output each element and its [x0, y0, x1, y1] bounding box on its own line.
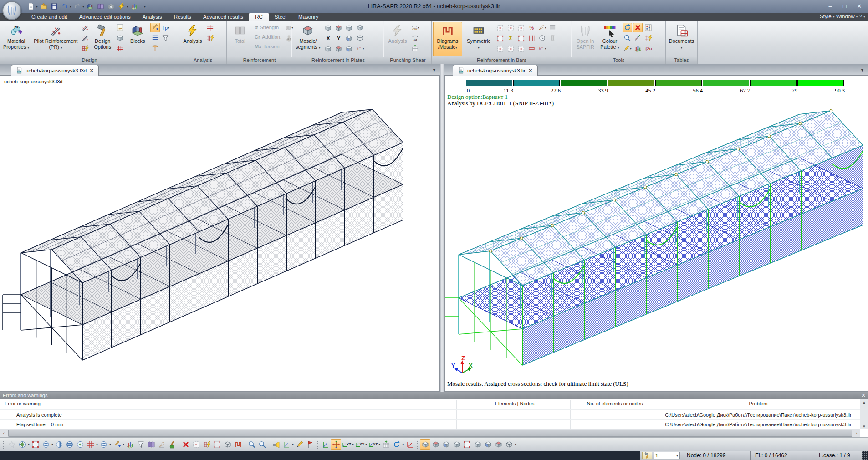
- scrollbar-thumb[interactable]: [8, 430, 852, 437]
- punching-table-button[interactable]: [410, 44, 420, 53]
- block-selector[interactable]: 1.▾: [654, 452, 680, 459]
- style-menu[interactable]: Style: [820, 14, 832, 19]
- column-error-or-warning[interactable]: Error or warning: [5, 401, 41, 409]
- cube-iso-button[interactable]: [504, 439, 514, 450]
- left-document-tab[interactable]: 20 ucheb-korp-ussuriysk3.l3d ✕: [11, 65, 99, 76]
- isometric-view-button[interactable]: [17, 439, 27, 450]
- colour-palette-button[interactable]: ColourPalette ▾: [598, 22, 622, 56]
- undo-dropdown[interactable]: ▾: [70, 5, 71, 9]
- scroll-right-icon[interactable]: ›: [853, 429, 860, 437]
- filter-button[interactable]: [135, 439, 146, 450]
- documents-button[interactable]: Documents▾: [667, 22, 696, 56]
- fragment-button[interactable]: [156, 439, 167, 450]
- ka-button[interactable]: [410, 33, 420, 43]
- error-row[interactable]: Elapsed time = 0 min C:\Users\alexb\Goog…: [0, 420, 860, 429]
- tab-advanced-results[interactable]: Advanced results: [197, 13, 249, 21]
- snapshot-button[interactable]: [107, 2, 116, 11]
- rotation-dropdown[interactable]: ▾: [51, 442, 53, 446]
- bars-clock-button[interactable]: [537, 33, 547, 43]
- bars-frame-2[interactable]: [506, 23, 516, 33]
- percent-button[interactable]: %: [527, 23, 536, 32]
- plate-cube-9[interactable]: [355, 33, 365, 43]
- tp-button[interactable]: Tp▾: [161, 23, 170, 32]
- isometric-dropdown[interactable]: ▾: [28, 442, 30, 446]
- right-tab-list-dropdown[interactable]: ▼: [860, 68, 864, 72]
- status-hammer-button[interactable]: [642, 452, 652, 459]
- plate-cube-6[interactable]: [334, 44, 343, 54]
- bars-sigma-button[interactable]: Σ: [506, 34, 516, 43]
- bars-frame-3[interactable]: [516, 23, 526, 33]
- errors-panel-header[interactable]: Errors and warnings ✕: [0, 392, 868, 399]
- column-elements-nodes[interactable]: Elements | Nodes: [458, 401, 572, 409]
- cube-bottom-face-button[interactable]: [493, 439, 504, 450]
- grid-dropdown[interactable]: ▾: [96, 442, 98, 446]
- options-solid-icon[interactable]: [115, 33, 125, 43]
- tab-analysis[interactable]: Analysis: [137, 13, 168, 21]
- undo-button[interactable]: [60, 2, 69, 11]
- design-options-button[interactable]: DesignOptions: [91, 22, 114, 56]
- cube-back-face-button[interactable]: [441, 439, 451, 450]
- column-count[interactable]: No. of elements or nodes: [572, 401, 658, 409]
- package-button[interactable]: [86, 2, 95, 11]
- maximize-button[interactable]: □: [838, 1, 852, 10]
- zoom-rotate-button[interactable]: [623, 33, 632, 43]
- pen-dropdown[interactable]: ▾: [123, 442, 124, 446]
- left-model-canvas[interactable]: ucheb-korp-ussuriysk3.l3d: [0, 76, 440, 392]
- save-button[interactable]: [50, 2, 59, 11]
- bars-fan-button[interactable]: ▾: [537, 23, 547, 32]
- flipbook-button[interactable]: [146, 439, 156, 450]
- cube-plain-button[interactable]: [451, 439, 462, 450]
- projection-frame-button[interactable]: [30, 439, 41, 450]
- tab-create-and-edit[interactable]: Create and edit: [26, 13, 73, 21]
- frame-grid-icon[interactable]: [205, 23, 215, 32]
- 3d-bars-button[interactable]: [125, 439, 135, 450]
- scroll-left-icon[interactable]: ‹: [0, 429, 8, 437]
- right-model-canvas[interactable]: 0 11.3 22.6 33.9 45.2 56.4 67.7 79 90.3 …: [444, 76, 868, 392]
- pilot-reinforcement-button[interactable]: Pilot Reinforcement(PR) ▾: [32, 22, 79, 56]
- building-frame-button[interactable]: [222, 439, 233, 450]
- cube-top-face-button[interactable]: [430, 439, 441, 450]
- cube-select-button[interactable]: [420, 439, 430, 450]
- rotate-view-button[interactable]: [391, 439, 402, 450]
- cube-side-face-button[interactable]: [483, 439, 493, 450]
- zoom-cancel-button[interactable]: [257, 439, 267, 450]
- left-tab-list-dropdown[interactable]: ▼: [432, 68, 436, 72]
- resize-grip[interactable]: [862, 451, 868, 460]
- bars-frame-4[interactable]: [495, 34, 505, 43]
- funnel-button[interactable]: [161, 33, 170, 43]
- analysis-quick-dropdown[interactable]: ▾: [127, 5, 128, 9]
- ruler-button[interactable]: [633, 33, 643, 43]
- axes-red-button[interactable]: [404, 439, 415, 450]
- bars-vbars-button[interactable]: [527, 33, 536, 43]
- chart-button[interactable]: [633, 44, 643, 53]
- sum-2u-button[interactable]: [643, 44, 653, 53]
- tab-masonry[interactable]: Masonry: [292, 13, 324, 21]
- options-grid-icon[interactable]: [115, 44, 125, 53]
- cube-plain-2-button[interactable]: [472, 439, 483, 450]
- ef-view-button[interactable]: [98, 439, 109, 450]
- horizontal-stripes-view-button[interactable]: [64, 439, 75, 450]
- bars-frame-6[interactable]: [495, 44, 505, 54]
- spatial-model-button[interactable]: [6, 439, 17, 450]
- qat-overflow-button[interactable]: ▾: [144, 5, 146, 9]
- new-document-button[interactable]: [26, 2, 36, 11]
- error-row[interactable]: Analysis is complete C:\Users\alexb\Goog…: [0, 410, 860, 419]
- brush-button[interactable]: [167, 439, 177, 450]
- toolbar-drag-handle[interactable]: [317, 440, 319, 449]
- errors-close-icon[interactable]: ✕: [861, 392, 866, 399]
- errors-vertical-scrollbar[interactable]: ▲▼: [860, 399, 868, 429]
- vertical-stripes-view-button[interactable]: [54, 439, 64, 450]
- axes-xyz-button[interactable]: [320, 439, 331, 450]
- bars-frame-1[interactable]: [495, 23, 505, 33]
- plate-cube-2[interactable]: [334, 23, 343, 33]
- minimize-button[interactable]: –: [823, 1, 837, 10]
- plate-cube-3[interactable]: [344, 23, 354, 33]
- pane-splitter[interactable]: [440, 64, 444, 392]
- pink-frame-button[interactable]: [212, 439, 222, 450]
- cube-group-dropdown[interactable]: ▾: [515, 442, 516, 446]
- right-document-tab[interactable]: 20 ucheb-korp-ussuriysk3.lir ✕: [453, 65, 538, 76]
- pencil-button[interactable]: [294, 439, 305, 450]
- plane-xz-dropdown[interactable]: ▾: [352, 442, 354, 446]
- refresh-view-button[interactable]: [623, 23, 632, 32]
- k-sigma-button[interactable]: ▾: [355, 44, 365, 53]
